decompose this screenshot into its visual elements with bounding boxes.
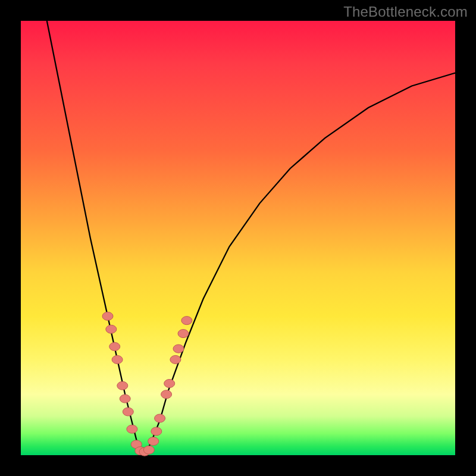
sample-dot xyxy=(120,394,130,403)
sample-dot xyxy=(112,355,123,364)
sample-dot xyxy=(155,414,165,422)
sample-dot xyxy=(127,425,137,433)
sample-dot xyxy=(148,437,159,446)
plot-area xyxy=(21,21,455,455)
sample-dot xyxy=(164,380,175,388)
sample-dot xyxy=(102,312,113,320)
sample-dot xyxy=(181,317,192,325)
sample-dot xyxy=(106,325,117,333)
sample-dot xyxy=(123,408,133,416)
sample-dot xyxy=(170,355,181,364)
watermark-text: TheBottleneck.com xyxy=(343,4,468,20)
bottleneck-curve-svg xyxy=(21,21,455,455)
bottleneck-curve-path xyxy=(47,21,455,455)
chart-frame: TheBottleneck.com xyxy=(0,0,476,476)
sample-dot xyxy=(178,330,189,338)
sample-dot xyxy=(161,390,172,399)
sample-dots-group xyxy=(102,312,192,456)
sample-dot xyxy=(173,345,184,353)
sample-dot xyxy=(117,381,128,390)
sample-dot xyxy=(151,427,162,436)
sample-dot xyxy=(109,343,120,351)
sample-dot xyxy=(143,446,154,454)
